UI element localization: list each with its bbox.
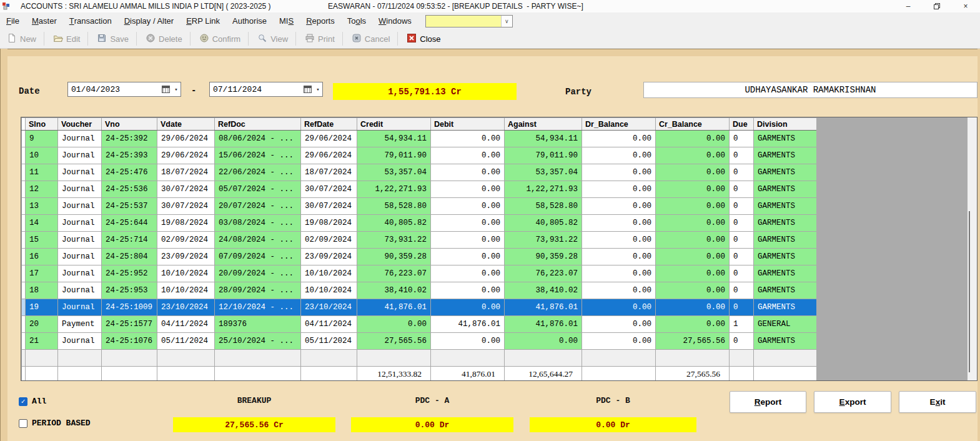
close-window-button[interactable]: × [951,0,980,12]
total-credit: 12,51,333.82 [357,367,431,382]
cell-dr-balance: 0.00 [582,147,656,164]
menu-windows[interactable]: Windows [372,12,418,29]
cell-voucher: Journal [58,265,102,282]
pdc-b-amount-display: 0.00 Dr [530,417,696,432]
table-row[interactable]: 9Journal24-25:39229/06/202408/06/2024 - … [22,131,817,147]
cell-vno: 24-25:537 [102,198,157,215]
date-from-value: 01/04/2023 [68,85,162,94]
menu-erp-link[interactable]: ERP Link [180,12,226,29]
cell-vno: 24-25:476 [102,164,157,181]
total-cr-balance: 27,565.56 [656,367,730,382]
table-row[interactable]: 21Journal24-25:107605/11/202425/10/2024 … [22,333,817,350]
cell-refdate: 05/11/2024 [301,333,357,350]
col-header-debit[interactable]: Debit [431,118,505,131]
col-header-division[interactable]: Division [754,118,817,131]
chevron-down-icon[interactable]: ∨ [501,16,512,27]
report-button[interactable]: Report [730,391,806,413]
cell-refdate: 23/09/2024 [301,249,357,265]
date-to-value: 07/11/2024 [210,85,304,94]
col-header-refdoc[interactable]: RefDoc [215,118,301,131]
quick-menu-combobox[interactable]: ∨ [425,15,513,27]
cell-division: GARMENTS [754,131,817,147]
cell-refdate: 30/07/2024 [301,198,357,215]
cell-credit: 90,359.28 [357,249,431,265]
col-header-dr-balance[interactable]: Dr_Balance [582,118,656,131]
save-button[interactable]: Save [91,31,134,47]
restore-button[interactable] [923,0,951,12]
col-header-slno[interactable]: Slno [26,118,58,131]
cell-debit: 0.00 [431,282,505,299]
menu-transaction[interactable]: Transaction [63,12,118,29]
cell-slno: 21 [26,333,58,350]
menu-tools[interactable]: Tools [341,12,372,29]
close-button[interactable]: Close [401,31,446,47]
edit-button[interactable]: Edit [47,31,86,47]
table-row[interactable]: 17Journal24-25:95210/10/202420/09/2024 -… [22,265,817,282]
toolbar-separator [87,32,88,46]
print-button[interactable]: Print [299,31,340,47]
table-row[interactable]: 20Payment24-25:157704/11/202418937604/11… [22,316,817,333]
view-button[interactable]: View [252,31,294,47]
menu-display-alter[interactable]: Display / Alter [118,12,180,29]
table-row[interactable]: 13Journal24-25:53730/07/202420/07/2024 -… [22,198,817,215]
cell-due: 0 [730,282,754,299]
table-row[interactable]: 16Journal24-25:80423/09/202407/09/2024 -… [22,249,817,265]
vertical-scrollbar[interactable] [968,117,978,380]
cell-voucher: Payment [58,316,102,333]
cell-refdoc: 28/09/2024 - ... [215,282,301,299]
all-checkbox[interactable]: ✓ All [19,397,46,406]
export-button[interactable]: Export [814,391,891,413]
cell-slno: 9 [26,131,58,147]
scrollbar-thumb[interactable] [969,211,970,372]
period-based-checkbox[interactable]: ✓ PERIOD BASED [19,419,91,428]
col-header-voucher[interactable]: Voucher [58,118,102,131]
table-row[interactable]: 15Journal24-25:71402/09/202424/08/2024 -… [22,232,817,249]
chevron-down-icon[interactable]: ▾ [314,86,322,93]
table-row[interactable]: 18Journal24-25:95310/10/202428/09/2024 -… [22,282,817,299]
table-row[interactable]: 10Journal24-25:39329/06/202415/06/2024 -… [22,147,817,164]
cell-voucher: Journal [58,232,102,249]
cell-against: 73,931.22 [505,232,582,249]
col-header-cr-balance[interactable]: Cr_Balance [656,118,730,131]
cell-voucher: Journal [58,249,102,265]
total-vdate [157,367,215,382]
exit-button[interactable]: Exit [899,391,976,413]
col-header-against[interactable]: Against [505,118,582,131]
col-header-credit[interactable]: Credit [357,118,431,131]
col-header-vdate[interactable]: Vdate [157,118,215,131]
table-row[interactable]: 12Journal24-25:53630/07/202405/07/2024 -… [22,181,817,198]
menu-authorise[interactable]: Authorise [226,12,273,29]
cell-debit: 0.00 [431,249,505,265]
cell-against: 79,011.90 [505,147,582,164]
cell-division: GARMENTS [754,282,817,299]
col-header-vno[interactable]: Vno [102,118,157,131]
menu-file[interactable]: File [0,12,26,29]
table-row[interactable]: 11Journal24-25:47618/07/202422/06/2024 -… [22,164,817,181]
cell-against: 1,22,271.93 [505,181,582,198]
chevron-down-icon[interactable]: ▾ [172,86,181,93]
cell-voucher: Journal [58,131,102,147]
cell-cr-balance: 0.00 [656,164,730,181]
menu-master[interactable]: Master [26,12,63,29]
col-header-refdate[interactable]: RefDate [301,118,357,131]
total-debit: 41,876.01 [431,367,505,382]
date-from-input[interactable]: 01/04/2023 ▾ [67,82,181,97]
cell-credit: 58,528.80 [357,198,431,215]
cell-refdate: 23/10/2024 [301,299,357,316]
menu-mis[interactable]: MIS [273,12,300,29]
cell-due: 0 [730,232,754,249]
date-to-input[interactable]: 07/11/2024 ▾ [209,82,323,97]
table-row[interactable]: 19Journal24-25:100923/10/202412/10/2024 … [22,299,817,316]
confirm-button[interactable]: Confirm [194,31,247,47]
table-row[interactable]: 14Journal24-25:64419/08/202403/08/2024 -… [22,215,817,232]
cell-refdoc: 12/10/2024 - ... [215,299,301,316]
delete-button[interactable]: Delete [140,31,188,47]
party-input[interactable]: UDHAYASANKAR RAMAKRISHNAN [643,82,978,98]
col-header-due[interactable]: Due [730,118,754,131]
menu-reports[interactable]: Reports [300,12,341,29]
new-button[interactable]: New [1,31,42,47]
cancel-button[interactable]: Cancel [346,31,395,47]
cell-due: 0 [730,131,754,147]
minimize-button[interactable]: – [894,0,923,12]
cell-refdoc: 08/06/2024 - ... [215,131,301,147]
